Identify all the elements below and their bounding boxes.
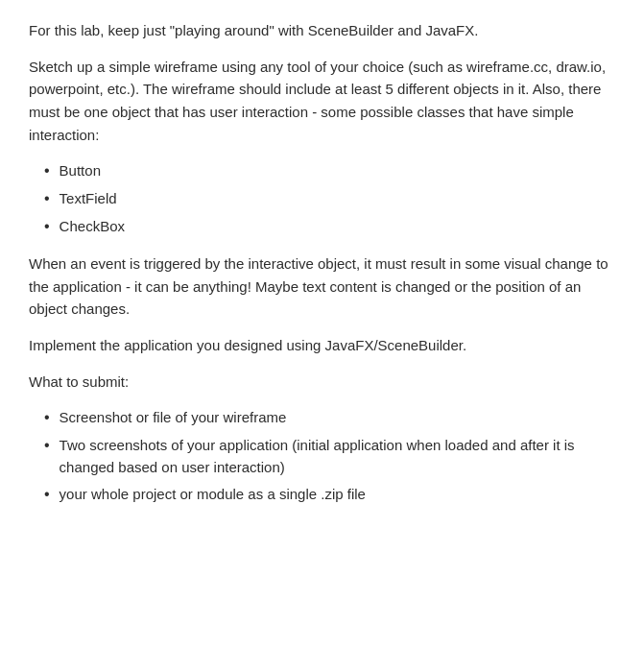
paragraph-4: Implement the application you designed u… — [29, 334, 615, 357]
list-item: • Two screenshots of your application (i… — [44, 434, 615, 479]
list-item-text: Screenshot or file of your wireframe — [60, 406, 615, 428]
list-item-text: Button — [60, 159, 615, 181]
bullet-list-2: • Screenshot or file of your wireframe •… — [44, 406, 615, 506]
paragraph-2: Sketch up a simple wireframe using any t… — [29, 56, 615, 147]
list-item-text: CheckBox — [60, 215, 615, 237]
list-item: • Button — [44, 159, 615, 183]
list-item: • your whole project or module as a sing… — [44, 483, 615, 507]
paragraph-3: When an event is triggered by the intera… — [29, 252, 615, 321]
list-item: • Screenshot or file of your wireframe — [44, 406, 615, 430]
bullet-list-1: • Button • TextField • CheckBox — [44, 159, 615, 238]
paragraph-5: What to submit: — [29, 371, 615, 394]
list-item-text: TextField — [60, 187, 615, 209]
list-item-text: Two screenshots of your application (ini… — [60, 434, 615, 479]
list-item: • TextField — [44, 187, 615, 211]
list-item-text: your whole project or module as a single… — [60, 483, 615, 505]
paragraph-1: For this lab, keep just "playing around"… — [29, 19, 615, 42]
list-item: • CheckBox — [44, 215, 615, 239]
